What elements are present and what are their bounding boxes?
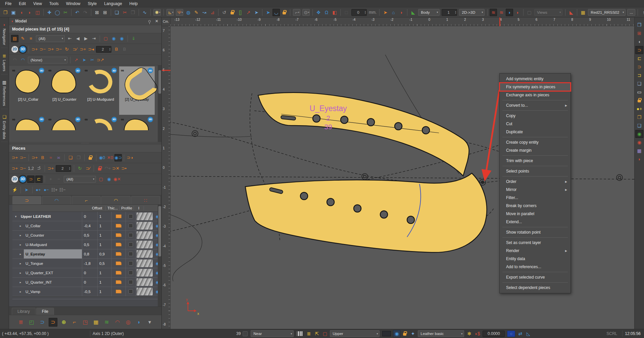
bulk-page-icon[interactable]: B — [121, 46, 128, 53]
list-view-icon[interactable]: ≡ — [27, 35, 35, 42]
show-add-icon[interactable]: ◉ — [118, 35, 126, 42]
marker-cut-icon[interactable]: ✂ — [89, 56, 96, 64]
views-dropdown[interactable]: Views ▾ — [534, 9, 562, 16]
point-remove-icon[interactable]: ●− — [43, 186, 50, 194]
i-cell[interactable] — [126, 212, 136, 221]
open-model-icon[interactable]: ❐ — [2, 9, 9, 16]
close-icon[interactable]: ✕ — [154, 19, 159, 23]
col-thickness[interactable]: Thic... — [106, 206, 120, 210]
nav-prev-icon[interactable]: ◀ — [74, 35, 82, 42]
offset-cell[interactable]: -0,5 — [82, 287, 98, 296]
piece-cap-icon[interactable]: ⊃̂ — [35, 165, 43, 172]
copy-icon[interactable]: ❏ — [113, 9, 120, 16]
curve-back-icon[interactable]: ↺ — [220, 9, 228, 16]
tab-pieces[interactable]: ⊃ — [12, 196, 41, 204]
piece-slant-icon[interactable]: ⊃∕ — [71, 46, 79, 53]
offset-cell[interactable]: 0,8 — [82, 249, 98, 258]
marker-gray-icon[interactable]: ◠ — [11, 56, 18, 64]
eye-piece-icon[interactable]: ◉⊃ — [114, 154, 122, 161]
import-last-icon[interactable]: ◖ — [18, 9, 25, 16]
undo-icon[interactable]: ↶ — [73, 9, 81, 16]
menu-item[interactable]: Language — [100, 1, 126, 7]
camera-ring-icon[interactable]: ◎ — [124, 318, 133, 327]
marker-export-icon[interactable]: ↗ — [72, 56, 80, 64]
table-row[interactable]: ▸ U_Quarter_INT 0 1 ◉ — [12, 278, 161, 287]
checkbox[interactable] — [129, 261, 133, 265]
piece-name-cell[interactable]: Upper LEATHER — [19, 212, 82, 221]
ruler-angle-icon[interactable]: ◺ — [525, 330, 532, 337]
curve-add-icon[interactable]: ↗ — [245, 9, 252, 16]
list-add-icon[interactable]: ☷+ — [51, 186, 58, 194]
lock-entities-icon[interactable] — [281, 9, 288, 16]
piece-window-view-icon[interactable]: ⊃ — [635, 46, 643, 54]
piece-count-input[interactable]: 2 ▴▾ — [96, 46, 111, 53]
windows-icon[interactable]: ❐ — [635, 21, 643, 29]
texture-cell[interactable] — [136, 221, 153, 230]
selection-status-icon[interactable]: ▢ — [321, 330, 329, 337]
i-cell[interactable] — [126, 259, 136, 268]
context-menu-item[interactable]: Set as current layer — [500, 239, 571, 247]
piece-plain-view-icon[interactable]: ⊃ — [635, 63, 643, 71]
spinner-arrows[interactable]: ▴▾ — [109, 48, 111, 51]
lock-window-icon[interactable] — [635, 96, 643, 104]
context-menu-item[interactable]: Fix symmetry axis in pieces — [500, 83, 571, 91]
context-menu-item[interactable]: Select points — [500, 167, 571, 175]
lining-count-input[interactable]: 2 ▴▾ — [56, 165, 71, 172]
layers-status-icon[interactable]: ≣ — [305, 330, 312, 337]
piece-name-cell[interactable]: U_Tongue — [24, 259, 82, 268]
context-menu-item[interactable]: Cut — [500, 120, 571, 128]
texture-cell[interactable] — [136, 249, 153, 258]
save-model-icon[interactable]: ▣ — [10, 9, 17, 16]
col-offset[interactable]: Offset — [90, 206, 106, 210]
piece-flip-icon[interactable]: ⊃◂ — [87, 46, 95, 53]
material-dropdown[interactable]: Leather basic▾ — [418, 330, 464, 337]
context-menu-item[interactable]: Export selected curve — [500, 273, 571, 281]
menu-item[interactable]: Edit — [15, 1, 30, 7]
circle-arrow-icon[interactable]: ⊕ — [59, 318, 68, 327]
context-menu-item[interactable]: Add to references... — [500, 263, 571, 271]
pieces-stack-icon[interactable]: ≋ — [498, 9, 505, 16]
context-menu-item[interactable]: Copy — [500, 112, 571, 120]
pencil-icon[interactable]: ✎ — [193, 9, 200, 16]
zoom-in-icon[interactable]: + — [47, 176, 54, 183]
checkbox[interactable] — [129, 214, 133, 219]
pieces-remove-icon[interactable]: ⊃− — [19, 154, 27, 161]
erase-icon[interactable]: ⊠ — [93, 9, 101, 16]
piece2-add-icon[interactable]: ⊃+ — [11, 165, 18, 172]
context-menu-item[interactable]: Duplicate — [500, 128, 571, 136]
piece-name-cell[interactable]: U_Counter — [24, 231, 82, 240]
zoom-out-icon[interactable]: − — [55, 176, 62, 183]
menu-item[interactable]: View — [30, 1, 46, 7]
zoom-tool-icon[interactable]: ◯ — [54, 9, 61, 16]
tab-markers[interactable]: ◠ — [42, 196, 71, 204]
table-row[interactable]: ▸ U-Mudguard 0,5 1 ◉ — [12, 240, 161, 249]
checkbox[interactable] — [129, 271, 133, 275]
sphere-icon[interactable]: ◍ — [185, 9, 192, 16]
pan-tool-icon[interactable]: ✚ — [46, 9, 53, 16]
tab-library[interactable]: Library — [12, 308, 36, 315]
spinner-arrows[interactable]: ▴▾ — [69, 167, 71, 170]
expander-icon[interactable]: ▸ — [17, 268, 24, 277]
size-checkbox[interactable] — [243, 331, 248, 336]
wave-red-icon[interactable]: ◠ — [113, 318, 122, 327]
piece-delete-icon[interactable]: ⊃✕ — [112, 165, 119, 172]
offset-cell[interactable]: -0,4 — [82, 221, 98, 230]
tab-corners[interactable]: ⌐ — [72, 196, 101, 204]
expander-icon[interactable]: ▸ — [17, 287, 24, 296]
piece-unlock-icon[interactable] — [96, 165, 103, 172]
tab-references[interactable]: ▥ References — [1, 77, 8, 109]
visible-icon[interactable]: ◉ — [105, 176, 113, 183]
table-row[interactable]: ▸ U_Eyestay 0,8 0,9 ◉ — [12, 249, 161, 259]
texture-cell[interactable] — [136, 231, 153, 240]
checkbox[interactable] — [129, 280, 133, 284]
pieces-add-blue-icon[interactable]: ⊃+ — [31, 154, 38, 161]
barcode-icon[interactable] — [296, 331, 303, 337]
context-menu-item[interactable]: Add symmetric entity — [500, 75, 571, 83]
piece-page-gray-icon[interactable]: ❐ — [75, 154, 82, 161]
profile-cell[interactable] — [112, 240, 126, 249]
thickness-cell[interactable]: 1 — [98, 287, 112, 296]
checkbox[interactable] — [129, 233, 133, 237]
i-cell[interactable] — [126, 287, 136, 296]
piece-hatch-view-icon[interactable]: ⊐ — [635, 71, 643, 79]
piece-rotate-icon[interactable]: ↻ — [63, 46, 70, 53]
